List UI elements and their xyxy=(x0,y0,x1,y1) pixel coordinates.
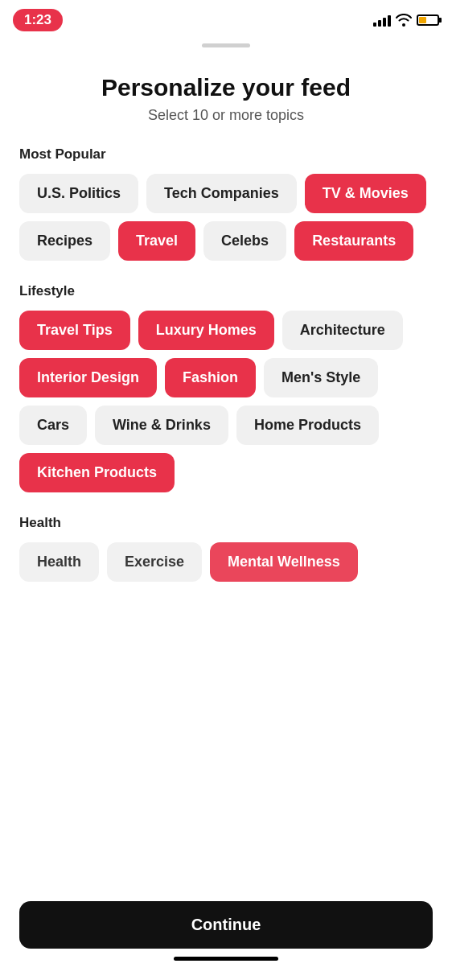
continue-button[interactable]: Continue xyxy=(19,901,433,949)
status-icons xyxy=(373,14,439,27)
topic-kitchen-products[interactable]: Kitchen Products xyxy=(19,453,175,492)
continue-bar: Continue xyxy=(0,891,452,980)
topic-travel[interactable]: Travel xyxy=(118,221,195,261)
status-time: 1:23 xyxy=(13,9,63,31)
signal-icon xyxy=(373,14,391,27)
page-subtitle: Select 10 or more topics xyxy=(19,107,433,124)
topic-cars[interactable]: Cars xyxy=(19,406,87,445)
section-health: Health Health Exercise Mental Wellness xyxy=(19,515,433,582)
topic-exercise[interactable]: Exercise xyxy=(107,542,202,582)
topic-celebs[interactable]: Celebs xyxy=(203,221,286,261)
topics-grid-most-popular: U.S. Politics Tech Companies TV & Movies… xyxy=(19,174,433,261)
page-title: Personalize your feed xyxy=(19,73,433,102)
status-bar: 1:23 xyxy=(0,0,452,40)
wifi-icon xyxy=(396,14,412,27)
topic-recipes[interactable]: Recipes xyxy=(19,221,110,261)
topic-mens-style[interactable]: Men's Style xyxy=(264,358,378,397)
topic-luxury-homes[interactable]: Luxury Homes xyxy=(138,311,274,350)
topic-health[interactable]: Health xyxy=(19,542,99,582)
main-content: Personalize your feed Select 10 or more … xyxy=(0,47,452,701)
topics-grid-health: Health Exercise Mental Wellness xyxy=(19,542,433,582)
section-label-lifestyle: Lifestyle xyxy=(19,283,433,299)
topic-tech-companies[interactable]: Tech Companies xyxy=(146,174,297,213)
topic-mental-wellness[interactable]: Mental Wellness xyxy=(210,542,358,582)
home-indicator xyxy=(174,957,278,961)
topic-wine-drinks[interactable]: Wine & Drinks xyxy=(95,406,228,445)
topic-travel-tips[interactable]: Travel Tips xyxy=(19,311,130,350)
section-label-health: Health xyxy=(19,515,433,531)
battery-icon xyxy=(417,14,439,26)
section-most-popular: Most Popular U.S. Politics Tech Companie… xyxy=(19,146,433,261)
topic-architecture[interactable]: Architecture xyxy=(282,311,403,350)
topic-interior-design[interactable]: Interior Design xyxy=(19,358,157,397)
section-lifestyle: Lifestyle Travel Tips Luxury Homes Archi… xyxy=(19,283,433,492)
topics-grid-lifestyle: Travel Tips Luxury Homes Architecture In… xyxy=(19,311,433,492)
topic-home-products[interactable]: Home Products xyxy=(236,406,379,445)
topic-tv-movies[interactable]: TV & Movies xyxy=(305,174,426,213)
section-label-most-popular: Most Popular xyxy=(19,146,433,163)
topic-restaurants[interactable]: Restaurants xyxy=(294,221,413,261)
topic-fashion[interactable]: Fashion xyxy=(165,358,256,397)
topic-us-politics[interactable]: U.S. Politics xyxy=(19,174,138,213)
